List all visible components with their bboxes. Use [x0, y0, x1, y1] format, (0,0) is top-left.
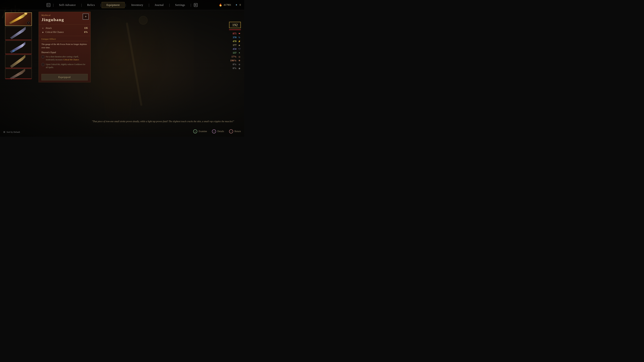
- weapon-3-svg: [8, 40, 29, 55]
- stat-icon-0: ❤: [238, 32, 241, 35]
- effect-description: The gauge of the 4th Focus Point no long…: [42, 42, 88, 49]
- details-label: Details: [217, 130, 224, 133]
- item-slot-1[interactable]: ⚜: [5, 12, 32, 26]
- attack-icon: ⚔: [42, 27, 44, 29]
- stat-icon-1: ↻: [238, 36, 241, 39]
- item-slot-5[interactable]: [5, 69, 32, 79]
- char-stat-9: 0% ◉: [228, 66, 241, 70]
- nav-sep-5: |: [168, 3, 170, 7]
- stat-val-8: 0%: [228, 63, 236, 66]
- svg-point-2: [139, 16, 148, 24]
- stat-attack-label: ⚔ Attack: [42, 27, 52, 29]
- nav-sep-6: |: [190, 3, 192, 7]
- item-list-panel: ⚜: [0, 10, 37, 137]
- stat-icon-8: ⊕: [238, 63, 241, 66]
- square-icon[interactable]: □: [212, 129, 216, 133]
- tab-equipment[interactable]: Equipment: [102, 2, 124, 8]
- spirit-icon: ✦: [234, 3, 238, 7]
- stat-val-9: 0%: [228, 67, 236, 70]
- char-stat-2: 470 ⚡: [228, 39, 241, 43]
- stat-val-1: 370: [228, 36, 236, 39]
- sort-label: Sort by Default: [6, 131, 20, 133]
- stat-icon-6: ◎: [238, 55, 241, 58]
- examine-label: Examine: [198, 130, 207, 133]
- char-stat-4: 450 🛡: [228, 47, 241, 51]
- triangle-icon[interactable]: △: [193, 129, 197, 133]
- stat-crit-label: ◈ Critical Hit Chance: [42, 31, 64, 33]
- currency-display: 🔥 417901 ✦ 0: [219, 3, 241, 7]
- nav-sep-2: |: [100, 3, 102, 7]
- char-stat-1: 370 ↻: [228, 35, 241, 39]
- stat-icon-7: ❋: [238, 59, 241, 62]
- stat-val-4: 450: [228, 48, 236, 50]
- stat-val-0: 875: [228, 32, 236, 35]
- weapon-4-svg: [8, 54, 29, 69]
- stat-crit: ◈ Critical Hit Chance 6%: [42, 30, 88, 34]
- char-stat-5: 137 ✦: [228, 51, 241, 55]
- crit-value: 6%: [84, 31, 88, 33]
- right-nav-bracket: R1: [192, 3, 200, 7]
- details-button[interactable]: □ Details: [212, 129, 224, 133]
- left-nav-bracket: L1: [44, 3, 52, 7]
- item-slot-4[interactable]: [5, 55, 32, 68]
- item-slot-3[interactable]: [5, 40, 32, 54]
- nav-sep-1: |: [80, 3, 82, 7]
- stats-list: 875 ❤ 370 ↻ 470 ⚡ 177 ◈ 450 🛡 137 ✦ 17% …: [228, 32, 241, 70]
- sort-button[interactable]: ⊞ Sort by Default: [3, 131, 20, 133]
- spirit-currency: ✦ 0: [234, 3, 241, 7]
- passive-2: 5 Upon Critical Hit, slightly reduces Co…: [42, 63, 88, 69]
- stat-val-3: 177: [228, 44, 236, 46]
- right-bracket-btn[interactable]: R1: [194, 3, 198, 7]
- nav-sep-4: |: [148, 3, 150, 7]
- attack-label-text: Attack: [46, 27, 52, 29]
- character-stats-panel: 192 875 ❤ 370 ↻ 470 ⚡ 177 ◈ 450 🛡 137 ✦ …: [228, 22, 241, 70]
- bottom-actions: △ Examine □ Details ○ Return: [193, 129, 241, 133]
- attack-value: 135: [84, 27, 88, 29]
- char-stat-7: 190% ❋: [228, 59, 241, 62]
- item-badge: ⚜: [83, 13, 89, 19]
- passive-1: 3 For a short duration after casting a S…: [42, 55, 88, 61]
- char-stat-8: 0% ⊕: [228, 62, 241, 66]
- item-slot-2[interactable]: [5, 26, 32, 40]
- stat-icon-5: ✦: [238, 52, 241, 54]
- equipped-button[interactable]: Equipped: [42, 74, 88, 80]
- flame-value: 417901: [224, 3, 231, 6]
- tab-relics[interactable]: Relics: [82, 2, 100, 8]
- crit-label-text: Critical Hit Chance: [46, 31, 64, 33]
- sort-icon: ⊞: [3, 131, 5, 133]
- item-detail-panel: Mythical Jingubang ⚜ ⚔ Attack 135 ◈ Crit…: [38, 12, 90, 82]
- tab-inventory[interactable]: Inventory: [126, 2, 148, 8]
- left-bracket-btn[interactable]: L1: [46, 3, 50, 7]
- passive-2-text: Upon Critical Hit, slightly reduces Cool…: [46, 63, 88, 69]
- passive-1-num: 3: [42, 55, 44, 58]
- tab-self-advance[interactable]: Self-Advance: [54, 2, 80, 8]
- item-quote: "That piece of iron-one small stroke pro…: [84, 120, 234, 123]
- char-stat-3: 177 ◈: [228, 43, 241, 47]
- stat-icon-3: ◈: [238, 44, 241, 46]
- char-stat-0: 875 ❤: [228, 32, 241, 35]
- stat-attack: ⚔ Attack 135: [42, 26, 88, 30]
- nav-bar: L1 | Self-Advance | Relics | Equipment |…: [0, 0, 244, 10]
- examine-button[interactable]: △ Examine: [193, 129, 207, 133]
- tab-journal[interactable]: Journal: [150, 2, 168, 8]
- effect-section: Unique Effect The gauge of the 4th Focus…: [39, 36, 90, 72]
- item-rarity: Mythical: [42, 14, 88, 16]
- stat-icon-9: ◉: [238, 67, 241, 70]
- level-badge: 192: [229, 22, 241, 28]
- stat-val-5: 137: [228, 51, 236, 54]
- weapon-2-svg: [8, 25, 29, 41]
- return-button[interactable]: ○ Return: [229, 129, 241, 133]
- circle-icon[interactable]: ○: [229, 129, 233, 133]
- passive-1-text: For a short duration after casting a Spe…: [46, 55, 88, 61]
- level-bar: [229, 29, 241, 30]
- stat-val-7: 190%: [228, 59, 236, 62]
- tab-settings[interactable]: Settings: [170, 2, 190, 8]
- flame-icon: 🔥: [219, 3, 222, 7]
- stat-icon-2: ⚡: [238, 40, 241, 43]
- char-stat-6: 17% ◎: [228, 55, 241, 59]
- passive-2-num: 5: [42, 63, 44, 66]
- weapon-5-svg: [8, 67, 29, 81]
- crit-icon: ◈: [42, 31, 44, 33]
- item-header: Mythical Jingubang ⚜: [39, 12, 90, 24]
- stat-val-2: 470: [228, 40, 236, 43]
